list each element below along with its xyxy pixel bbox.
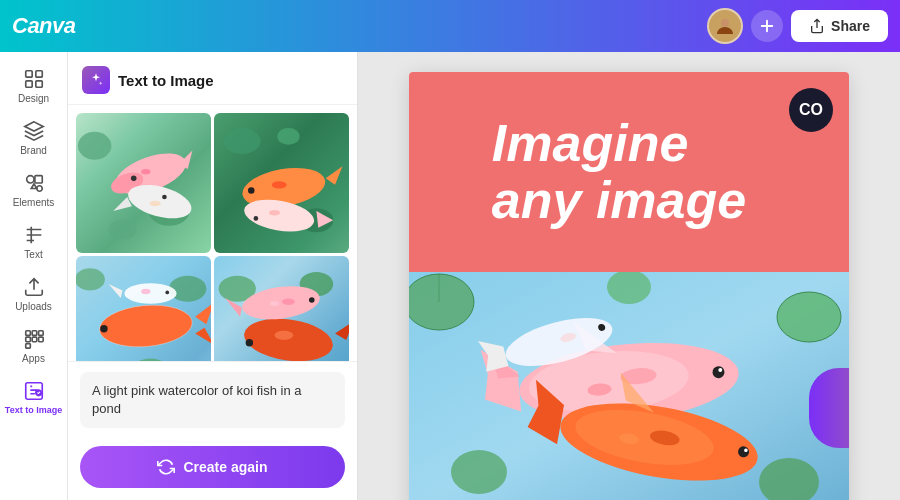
prompt-text[interactable]: A light pink watercolor of koi fish in a… [80,372,345,428]
elements-icon [23,172,45,194]
generated-image-3[interactable] [76,256,211,361]
sidebar-item-design[interactable]: Design [0,60,67,112]
svg-point-34 [254,216,259,221]
svg-point-19 [109,219,137,239]
panel-icon [82,66,110,94]
left-panel: Text to Image [68,52,358,500]
panel-header: Text to Image [68,52,357,105]
koi-svg-3 [76,256,211,361]
panel-title: Text to Image [118,72,214,89]
right-edge-element [809,368,849,448]
sidebar-item-brand[interactable]: Brand [0,112,67,164]
image-grid [68,105,357,361]
apps-icon [23,328,45,350]
svg-point-52 [309,297,315,303]
canva-logo: Canva [12,13,76,39]
svg-point-22 [131,176,137,182]
svg-point-35 [269,210,280,216]
svg-point-61 [451,450,507,494]
svg-point-53 [282,299,295,306]
user-avatar[interactable] [707,8,743,44]
svg-point-0 [721,19,729,27]
canvas-top-section: Imagine any image CO [409,72,849,272]
svg-point-37 [169,276,206,302]
generated-image-2[interactable] [214,113,349,253]
svg-rect-8 [25,331,30,336]
sidebar-item-elements[interactable]: Elements [0,164,67,216]
svg-point-26 [150,201,161,207]
generated-image-4[interactable] [214,256,349,361]
svg-point-54 [270,301,279,306]
svg-rect-12 [32,337,37,342]
svg-rect-13 [38,337,43,342]
svg-point-5 [26,176,33,183]
svg-rect-10 [38,331,43,336]
svg-point-17 [78,132,112,160]
svg-rect-14 [25,344,30,349]
share-icon [809,18,825,34]
svg-point-36 [76,268,105,290]
sidebar-item-text[interactable]: Text [0,216,67,268]
text-image-icon [23,380,45,402]
main-koi-illustration [409,272,849,500]
create-again-button[interactable]: Create again [80,446,345,488]
svg-point-41 [100,325,107,332]
magic-wand-icon [88,72,104,88]
canvas-headline: Imagine any image [492,115,746,229]
svg-rect-9 [32,331,37,336]
create-again-label: Create again [183,459,267,475]
svg-rect-3 [25,81,31,87]
add-button[interactable] [751,10,783,42]
koi-svg-1 [76,113,211,253]
generated-image-1[interactable] [76,113,211,253]
svg-point-29 [277,128,299,145]
svg-point-39 [98,302,194,351]
svg-point-44 [165,291,169,295]
sidebar-item-apps[interactable]: Apps [0,320,67,372]
main-content: Design Brand Elements Text Uplo [0,52,900,500]
grid-icon [23,68,45,90]
canvas-bottom-section [409,272,849,500]
upload-icon [23,276,45,298]
canvas-area: Imagine any image CO [358,52,900,500]
svg-rect-1 [25,71,31,77]
share-label: Share [831,18,870,34]
sidebar-item-text-to-image[interactable]: Text to Image [0,372,67,423]
svg-point-43 [141,289,150,295]
svg-rect-11 [25,337,30,342]
refresh-icon [157,458,175,476]
text-icon [23,224,45,246]
svg-point-32 [272,181,287,188]
share-button[interactable]: Share [791,10,888,42]
koi-svg-4 [214,256,349,361]
svg-point-50 [275,331,294,340]
create-btn-area: Create again [68,438,357,500]
svg-point-31 [248,187,255,194]
svg-rect-4 [35,81,41,87]
canvas-card: Imagine any image CO [409,72,849,500]
svg-point-25 [141,169,150,175]
svg-point-49 [246,339,253,346]
svg-point-38 [130,359,171,361]
koi-svg-2 [214,113,349,253]
svg-point-24 [162,195,167,200]
sidebar-item-uploads[interactable]: Uploads [0,268,67,320]
svg-rect-6 [34,176,41,183]
svg-rect-2 [35,71,41,77]
sidebar-icons: Design Brand Elements Text Uplo [0,52,68,500]
topbar: Canva Share [0,0,900,52]
canvas-badge: CO [789,88,833,132]
svg-point-27 [223,128,260,154]
brand-icon [23,120,45,142]
prompt-area: A light pink watercolor of koi fish in a… [68,361,357,438]
